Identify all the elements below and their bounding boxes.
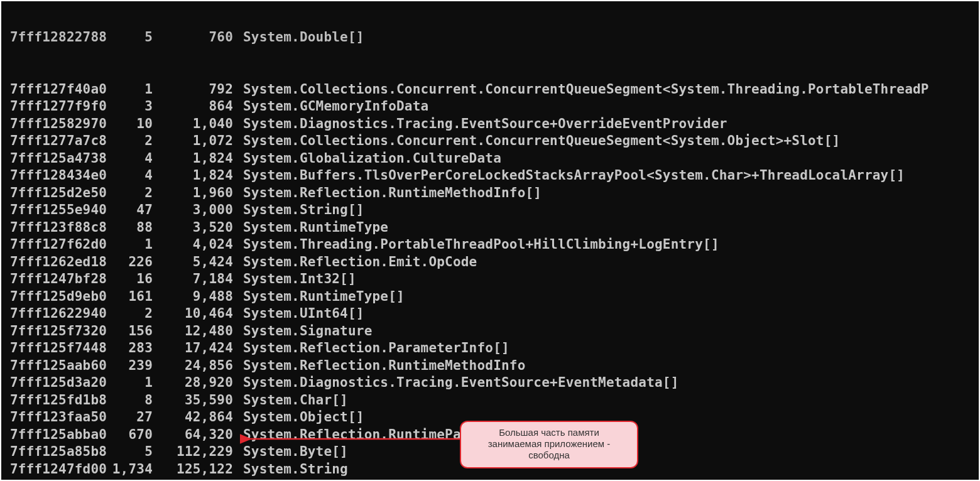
cell-class: System.Char[] (243, 392, 979, 409)
table-row: 7fff125f744828317,424 System.Reflection.… (10, 340, 979, 357)
table-row: 7fff123f88c8883,520 System.RuntimeType (10, 219, 979, 237)
cell-size: 10,464 (153, 305, 233, 323)
cell-mt: 7fff127f62d0 (10, 236, 107, 254)
cell-count: 2 (107, 132, 153, 150)
cell-mt: 7fff125f7448 (10, 340, 107, 357)
table-row: 023d5d46776051,455,568 Free (10, 478, 979, 480)
cell-count: 2 (107, 185, 153, 202)
callout-line: Большая часть памяти (469, 427, 629, 438)
cell-mt: 7fff1255e940 (10, 202, 107, 219)
cell-class: System.GCMemoryInfoData (243, 98, 979, 116)
cell-count: 1 (107, 81, 153, 99)
cell-mt: 7fff123faa50 (10, 409, 107, 426)
table-row: 7fff12582970101,040 System.Diagnostics.T… (10, 116, 979, 133)
cell-class: System.Threading.PortableThreadPool+Hill… (243, 236, 979, 254)
cell-size: 864 (153, 98, 233, 116)
cell-size: 12,480 (153, 323, 233, 340)
cell-count: 8 (107, 392, 153, 409)
cell-size: 28,920 (153, 374, 233, 392)
cell-count: 161 (107, 288, 153, 306)
cell-size: 5,424 (153, 254, 233, 271)
cell-size: 17,424 (153, 340, 233, 357)
cell-mt: 7fff1247bf28 (10, 271, 107, 288)
cell-class: System.Signature (243, 323, 979, 340)
cell-class: System.Collections.Concurrent.Concurrent… (243, 81, 979, 99)
cell-class: Free (243, 478, 979, 480)
cell-count: 1 (107, 374, 153, 392)
cell-mt: 7fff1277a7c8 (10, 132, 107, 150)
cell-count: 5 (107, 29, 153, 46)
callout-line: занимаемая приложением - (469, 438, 629, 450)
cell-size: 35,590 (153, 392, 233, 409)
table-row: 7fff1277a7c821,072 System.Collections.Co… (10, 132, 979, 150)
cell-class: System.Reflection.Emit.OpCode (243, 254, 979, 271)
cell-count: 88 (107, 219, 153, 237)
cell-size: 112,229 (153, 443, 233, 461)
cell-count: 670 (107, 426, 153, 444)
callout-line: свободна (469, 450, 629, 461)
cell-count: 27 (107, 409, 153, 426)
cell-class: System.Globalization.CultureData (243, 150, 979, 168)
table-row: 7fff1262ed182265,424 System.Reflection.E… (10, 254, 979, 271)
cell-count: 5 (107, 478, 153, 480)
cell-mt: 7fff125d2e50 (10, 185, 107, 202)
cell-count: 283 (107, 340, 153, 357)
cell-class: System.Collections.Concurrent.Concurrent… (243, 132, 979, 150)
cell-class: System.Reflection.RuntimeMethodInfo (243, 357, 979, 375)
cell-size: 1,455,568 (153, 478, 233, 480)
cell-mt: 7fff125fd1b8 (10, 392, 107, 409)
cell-count: 4 (107, 150, 153, 168)
table-row: 7fff128434e041,824 System.Buffers.TlsOve… (10, 167, 979, 185)
terminal-output: 7fff12822788 5 760 System.Double[] 7fff1… (1, 1, 979, 480)
cell-mt: 7fff125d9eb0 (10, 288, 107, 306)
cell-mt: 7fff12622940 (10, 305, 107, 323)
cell-count: 5 (107, 443, 153, 461)
cell-size: 760 (153, 29, 233, 46)
cell-count: 10 (107, 116, 153, 133)
cell-mt: 7fff1262ed18 (10, 254, 107, 271)
cell-count: 47 (107, 202, 153, 219)
cell-mt: 7fff127f40a0 (10, 81, 107, 99)
cell-count: 1 (107, 236, 153, 254)
table-row: 7fff127f40a01792 System.Collections.Conc… (10, 81, 979, 99)
cell-mt: 7fff125d3a20 (10, 374, 107, 392)
cell-mt: 7fff1277f9f0 (10, 98, 107, 116)
table-row: 7fff125d2e5021,960 System.Reflection.Run… (10, 185, 979, 202)
cell-mt: 7fff12582970 (10, 116, 107, 133)
cell-size: 3,000 (153, 202, 233, 219)
cell-size: 42,864 (153, 409, 233, 426)
cell-size: 792 (153, 81, 233, 99)
table-row: 7fff125aab6023924,856 System.Reflection.… (10, 357, 979, 375)
cell-size: 1,960 (153, 185, 233, 202)
cell-mt: 7fff125a85b8 (10, 443, 107, 461)
cell-size: 1,072 (153, 132, 233, 150)
cell-class: System.Buffers.TlsOverPerCoreLockedStack… (243, 167, 979, 185)
cell-mt: 7fff12822788 (10, 29, 107, 46)
cell-count: 239 (107, 357, 153, 375)
cell-size: 1,824 (153, 167, 233, 185)
table-row: 7fff125fd1b8835,590 System.Char[] (10, 392, 979, 409)
cell-size: 3,520 (153, 219, 233, 237)
table-row-partial: 7fff12822788 5 760 System.Double[] (10, 29, 979, 46)
cell-mt: 7fff1247fd00 (10, 461, 107, 478)
cell-count: 226 (107, 254, 153, 271)
cell-class: System.Diagnostics.Tracing.EventSource+O… (243, 116, 979, 133)
cell-class: System.Reflection.RuntimeMethodInfo[] (243, 185, 979, 202)
table-row: 7fff1255e940473,000 System.String[] (10, 202, 979, 219)
cell-mt: 7fff128434e0 (10, 167, 107, 185)
cell-size: 64,320 (153, 426, 233, 444)
table-row: 7fff125d3a20128,920 System.Diagnostics.T… (10, 374, 979, 392)
cell-mt: 7fff123f88c8 (10, 219, 107, 237)
cell-count: 156 (107, 323, 153, 340)
table-row: 7fff125f732015612,480 System.Signature (10, 323, 979, 340)
cell-count: 4 (107, 167, 153, 185)
table-row: 7fff127f62d014,024 System.Threading.Port… (10, 236, 979, 254)
table-row: 7fff1247bf28167,184 System.Int32[] (10, 271, 979, 288)
cell-class: System.RuntimeType[] (243, 288, 979, 306)
cell-size: 125,122 (153, 461, 233, 478)
cell-size: 24,856 (153, 357, 233, 375)
cell-size: 9,488 (153, 288, 233, 306)
cell-class: System.String[] (243, 202, 979, 219)
table-row: 7fff125d9eb01619,488 System.RuntimeType[… (10, 288, 979, 306)
cell-count: 16 (107, 271, 153, 288)
